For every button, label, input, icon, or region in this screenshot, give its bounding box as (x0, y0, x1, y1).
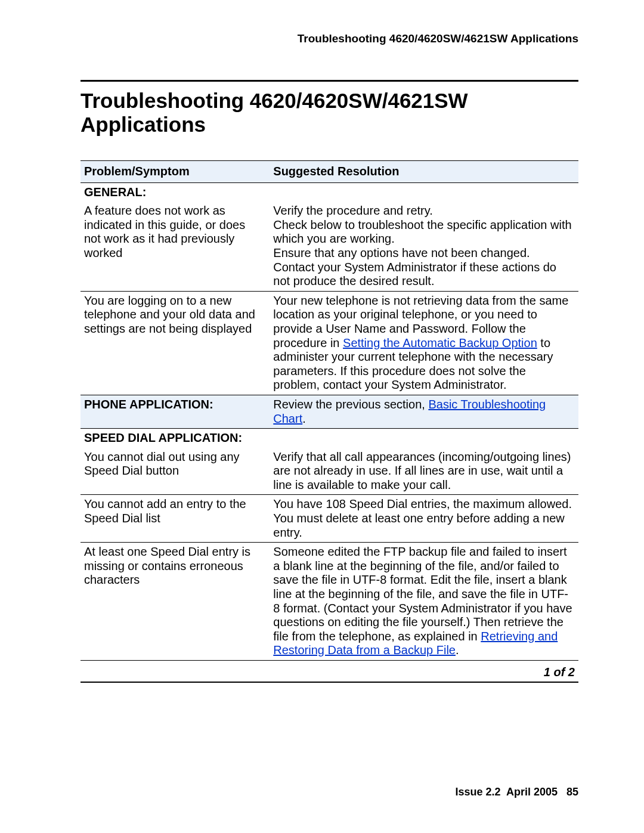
table-row: You cannot dial out using any Speed Dial… (80, 448, 578, 495)
footer-page: 85 (566, 786, 578, 798)
resolution-text: Someone edited the FTP backup file and f… (273, 545, 572, 643)
resolution-cell: Review the previous section, Basic Troub… (270, 395, 578, 428)
table-row: At least one Speed Dial entry is missing… (80, 543, 578, 661)
problem-cell: You cannot dial out using any Speed Dial… (80, 448, 270, 495)
table-row: You are logging on to a new telephone an… (80, 291, 578, 395)
resolution-text: Review the previous section, (273, 398, 428, 411)
table-header-row: Problem/Symptom Suggested Resolution (80, 161, 578, 183)
page-footer: Issue 2.2 April 2005 85 (456, 786, 579, 798)
section-general: GENERAL: (80, 182, 578, 202)
resolution-cell: Verify the procedure and retry. Check be… (270, 202, 578, 291)
running-header: Troubleshooting 4620/4620SW/4621SW Appli… (80, 32, 578, 45)
troubleshooting-table: Problem/Symptom Suggested Resolution GEN… (80, 160, 578, 661)
problem-cell: At least one Speed Dial entry is missing… (80, 543, 270, 661)
col-problem-header: Problem/Symptom (80, 161, 270, 183)
problem-cell: You are logging on to a new telephone an… (80, 291, 270, 395)
resolution-cell: Your new telephone is not retrieving dat… (270, 291, 578, 395)
link-automatic-backup[interactable]: Setting the Automatic Backup Option (343, 336, 537, 349)
table-pager: 1 of 2 (80, 661, 578, 683)
page-title: Troubleshooting 4620/4620SW/4621SW Appli… (80, 89, 578, 137)
page-container: Troubleshooting 4620/4620SW/4621SW Appli… (0, 0, 644, 833)
resolution-cell: Someone edited the FTP backup file and f… (270, 543, 578, 661)
footer-issue: Issue 2.2 (456, 786, 501, 798)
resolution-cell: Verify that all call appearances (incomi… (270, 448, 578, 495)
section-speed-dial: SPEED DIAL APPLICATION: (80, 429, 578, 448)
table-row: A feature does not work as indicated in … (80, 202, 578, 291)
problem-cell: You cannot add an entry to the Speed Dia… (80, 495, 270, 543)
section-speed-label: SPEED DIAL APPLICATION: (80, 429, 270, 448)
section-general-label: GENERAL: (80, 182, 270, 202)
empty-cell (270, 182, 578, 202)
empty-cell (270, 429, 578, 448)
table-row: You cannot add an entry to the Speed Dia… (80, 495, 578, 543)
problem-cell: A feature does not work as indicated in … (80, 202, 270, 291)
resolution-cell: You have 108 Speed Dial entries, the max… (270, 495, 578, 543)
resolution-text: . (302, 412, 306, 425)
section-phone: PHONE APPLICATION: Review the previous s… (80, 395, 578, 428)
section-phone-label: PHONE APPLICATION: (80, 395, 270, 428)
title-rule (80, 80, 578, 82)
col-resolution-header: Suggested Resolution (270, 161, 578, 183)
footer-date: April 2005 (506, 786, 558, 798)
resolution-text: . (456, 643, 459, 657)
